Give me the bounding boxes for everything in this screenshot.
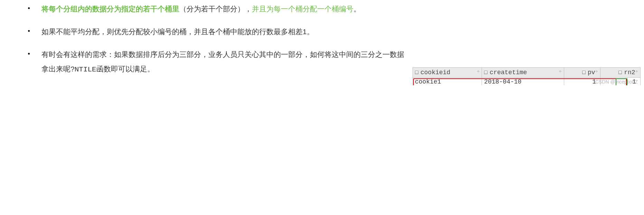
sort-icon[interactable]: ÷ [477, 69, 480, 75]
col-header-createtime[interactable]: createtime÷ [482, 68, 564, 78]
bullet-2: 如果不能平均分配，则优先分配较小编号的桶，并且各个桶中能放的行数最多相差1。 [28, 25, 449, 39]
sort-icon[interactable]: ÷ [595, 69, 598, 75]
col-header-pv[interactable]: pv÷ [564, 68, 600, 78]
bullet3-func: NTILE [75, 66, 96, 74]
bullet-3: 有时会有这样的需求：如果数据排序后分为三部分，业务人员只关心其中的一部分，如何将… [28, 47, 449, 77]
article-body: 将每个分组内的数据分为指定的若干个桶里（分为若干个部分），并且为每一个桶分配一个… [0, 0, 449, 77]
bullet1-tail-plain: 。 [353, 5, 361, 13]
bullet1-highlight: 将每个分组内的数据分为指定的若干个桶里 [41, 5, 179, 13]
bullet1-paren: （分为若干个部分）， [179, 5, 252, 13]
column-icon [582, 71, 586, 74]
col-header-rn2[interactable]: rn2÷ [600, 68, 641, 78]
col-header-cookieid[interactable]: cookieid÷ [413, 68, 482, 78]
bullet1-tail-green: 并且为每一个桶分配一个桶编号 [252, 5, 353, 13]
column-icon [415, 71, 418, 74]
bullet3-pre: 拿出来呢? [41, 65, 75, 73]
column-icon [618, 71, 622, 74]
bullet-1: 将每个分组内的数据分为指定的若干个桶里（分为若干个部分），并且为每一个桶分配一个… [28, 2, 449, 16]
bullet2-text: 如果不能平均分配，则优先分配较小编号的桶，并且各个桶中能放的行数最多相差1。 [41, 28, 314, 36]
watermark: CSDN @InceptionZ [595, 79, 638, 85]
column-icon [484, 71, 487, 74]
bullet3-line1: 有时会有这样的需求：如果数据排序后分为三部分，业务人员只关心其中的一部分，如何将… [41, 50, 404, 58]
sort-icon[interactable]: ÷ [559, 69, 561, 75]
sort-icon[interactable]: ÷ [635, 69, 638, 75]
bullet-list: 将每个分组内的数据分为指定的若干个桶里（分为若干个部分），并且为每一个桶分配一个… [28, 2, 449, 77]
bullet3-post: 函数即可以满足。 [96, 65, 154, 73]
